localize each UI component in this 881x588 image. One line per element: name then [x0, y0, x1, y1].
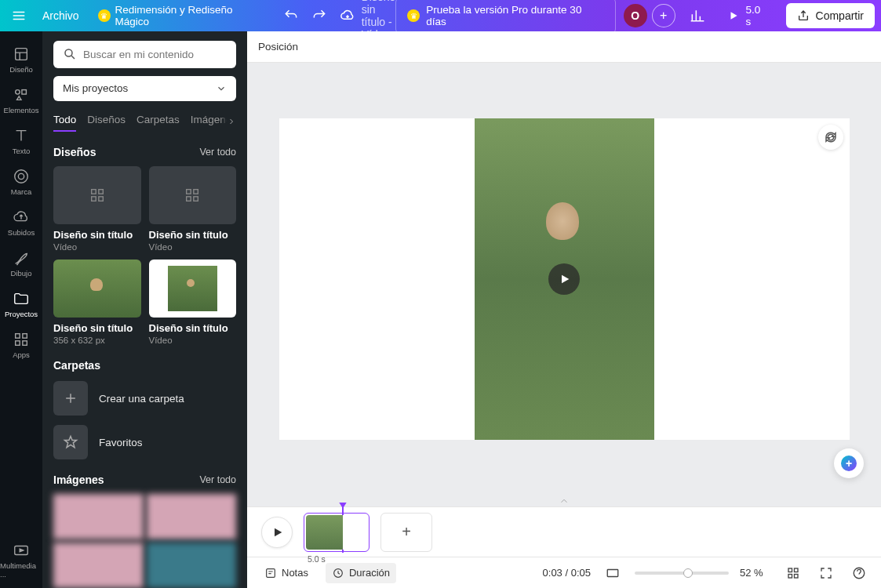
svg-rect-14 — [99, 197, 103, 201]
rail-apps[interactable]: Apps — [0, 325, 42, 365]
svg-rect-8 — [23, 341, 27, 346]
svg-rect-15 — [187, 190, 191, 194]
play-duration-button[interactable]: 5.0 s — [719, 0, 777, 32]
image-item[interactable] — [53, 494, 144, 539]
timeline-clip[interactable]: 5.0 s — [304, 513, 370, 552]
crown-icon: ♛ — [407, 9, 420, 22]
add-member-button[interactable]: + — [652, 4, 675, 27]
grid-view-button[interactable] — [782, 562, 804, 584]
notes-button[interactable]: Notas — [258, 563, 315, 583]
design-item[interactable]: Diseño sin títuloVídeo — [149, 260, 237, 345]
svg-rect-17 — [187, 197, 191, 201]
svg-rect-0 — [16, 49, 27, 60]
duration-label: 5.0 s — [745, 4, 768, 27]
position-button[interactable]: Posición — [258, 41, 298, 53]
rail-text[interactable]: Texto — [0, 121, 42, 162]
regenerate-button[interactable] — [818, 125, 843, 150]
canvas-page[interactable] — [279, 118, 850, 440]
add-page-button[interactable]: + — [380, 513, 432, 552]
image-item[interactable] — [147, 494, 237, 539]
rail-projects[interactable]: Proyectos — [0, 284, 42, 325]
file-menu[interactable]: Archivo — [31, 9, 90, 22]
insights-button[interactable] — [683, 2, 712, 30]
timeline-play-button[interactable] — [261, 517, 293, 548]
svg-rect-23 — [795, 568, 799, 572]
search-icon — [63, 47, 77, 61]
tab-scroll-right[interactable] — [220, 114, 236, 129]
share-button[interactable]: Compartir — [786, 3, 875, 28]
favorites-folder[interactable]: Favoritos — [53, 425, 236, 459]
svg-rect-21 — [607, 569, 618, 576]
canvas-stage[interactable] — [247, 63, 881, 495]
slider-thumb[interactable] — [683, 568, 693, 578]
rail-brand[interactable]: Marca — [0, 162, 42, 202]
create-folder-button[interactable]: Crear una carpeta — [53, 381, 236, 416]
image-item[interactable] — [147, 543, 237, 588]
svg-rect-5 — [16, 334, 20, 339]
svg-rect-6 — [23, 334, 27, 339]
zoom-percentage[interactable]: 52 % — [740, 567, 771, 579]
designs-see-all[interactable]: Ver todo — [199, 147, 236, 158]
rail-draw[interactable]: Dibujo — [0, 243, 42, 284]
svg-rect-13 — [91, 197, 96, 201]
design-thumbnail — [53, 166, 141, 224]
view-mode-button[interactable] — [602, 562, 624, 584]
plus-icon — [53, 381, 88, 416]
tab-folders[interactable]: Carpetas — [137, 114, 180, 132]
resize-button[interactable]: ♛Redimensión y Rediseño Mágico — [90, 4, 278, 27]
share-label: Compartir — [816, 9, 864, 22]
search-input[interactable] — [83, 49, 227, 60]
cloud-sync-icon[interactable] — [333, 2, 362, 30]
rail-design[interactable]: Diseño — [0, 39, 42, 80]
svg-point-10 — [65, 49, 72, 56]
svg-rect-19 — [267, 568, 275, 577]
image-item[interactable] — [53, 543, 144, 588]
avatar[interactable]: O — [624, 4, 647, 27]
video-element[interactable] — [475, 118, 654, 440]
search-input-wrap — [53, 41, 236, 68]
rail-media[interactable]: Multimedia ... — [0, 539, 42, 580]
rail-elements[interactable]: Elementos — [0, 80, 42, 121]
tab-designs[interactable]: Diseños — [87, 114, 126, 132]
bottom-toolbar: Notas Duración 0:03 / 0:05 52 % — [247, 557, 881, 588]
design-item[interactable]: Diseño sin títuloVídeo — [53, 166, 141, 252]
menu-button[interactable] — [6, 3, 31, 28]
help-button[interactable] — [848, 562, 870, 584]
tab-all[interactable]: Todo — [53, 114, 76, 132]
trial-button[interactable]: ♛Prueba la versión Pro durante 30 días — [395, 0, 615, 34]
redo-button[interactable] — [305, 2, 333, 30]
section-folders-title: Carpetas — [53, 359, 100, 372]
design-thumbnail — [149, 166, 237, 224]
undo-button[interactable] — [277, 2, 305, 30]
project-select[interactable]: Mis proyectos — [53, 76, 236, 102]
section-images-title: Imágenes — [53, 474, 104, 486]
side-rail: Diseño Elementos Texto Marca Subidos Dib… — [0, 31, 42, 588]
time-display: 0:03 / 0:05 — [543, 567, 591, 579]
design-item[interactable]: Diseño sin títuloVídeo — [149, 166, 237, 252]
svg-rect-25 — [795, 574, 799, 578]
svg-rect-24 — [788, 574, 792, 578]
svg-rect-22 — [788, 568, 792, 572]
crown-icon: ♛ — [98, 9, 111, 22]
zoom-slider[interactable] — [635, 572, 729, 575]
svg-rect-12 — [99, 190, 103, 194]
chevron-down-icon — [216, 83, 227, 94]
side-panel: Mis proyectos Todo Diseños Carpetas Imág… — [42, 31, 247, 588]
rail-uploads[interactable]: Subidos — [0, 202, 42, 243]
panel-tabs: Todo Diseños Carpetas Imágenes V — [53, 114, 236, 132]
images-see-all[interactable]: Ver todo — [199, 474, 236, 485]
resize-label: Redimensión y Rediseño Mágico — [115, 4, 270, 27]
trial-label: Prueba la versión Pro durante 30 días — [426, 4, 604, 27]
svg-rect-2 — [22, 90, 26, 95]
svg-point-1 — [16, 90, 20, 95]
duration-button[interactable]: Duración — [326, 563, 396, 583]
section-designs-title: Diseños — [53, 146, 96, 158]
magic-fab-button[interactable] — [834, 448, 864, 478]
svg-rect-18 — [194, 197, 198, 201]
svg-point-3 — [18, 173, 24, 179]
images-grid — [53, 494, 236, 588]
fullscreen-button[interactable] — [815, 562, 837, 584]
sparkle-icon — [841, 456, 857, 471]
play-overlay-button[interactable] — [548, 263, 580, 295]
design-item[interactable]: Diseño sin título356 x 632 px — [53, 260, 141, 345]
